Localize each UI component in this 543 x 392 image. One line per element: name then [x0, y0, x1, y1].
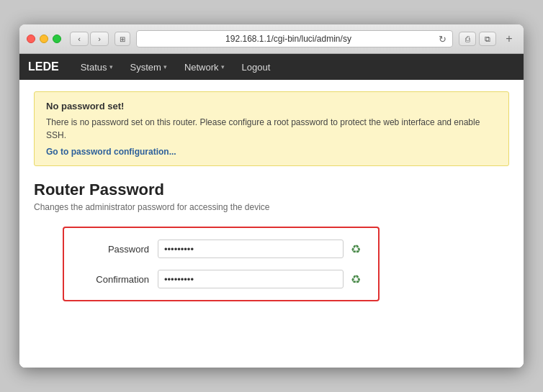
nav-buttons: ‹ › [70, 32, 109, 46]
confirmation-refresh-icon[interactable]: ♻ [348, 271, 364, 287]
fullscreen-button[interactable] [53, 35, 61, 43]
reload-button[interactable]: ↻ [439, 34, 446, 45]
main-content: No password set! There is no password se… [19, 80, 524, 368]
copy-button[interactable]: ⧉ [479, 32, 496, 46]
password-refresh-icon[interactable]: ♻ [348, 241, 364, 257]
chevron-down-icon: ▾ [163, 63, 167, 70]
password-row: Password ♻ [78, 240, 364, 258]
warning-text: There is no password set on this router.… [46, 116, 497, 142]
chevron-down-icon: ▾ [109, 63, 113, 70]
nav-item-logout[interactable]: Logout [235, 58, 278, 77]
password-label: Password [78, 244, 158, 255]
nav-item-system[interactable]: System ▾ [123, 58, 174, 77]
browser-window: ‹ › ⊞ 192.168.1.1/cgi-bin/luci/admin/sy … [19, 24, 524, 368]
browser-actions: ⎙ ⧉ [459, 32, 496, 46]
forward-button[interactable]: › [90, 32, 109, 46]
confirmation-label: Confirmation [78, 274, 158, 285]
browser-titlebar: ‹ › ⊞ 192.168.1.1/cgi-bin/luci/admin/sy … [19, 24, 524, 54]
minimize-button[interactable] [40, 35, 48, 43]
page-title: Router Password [34, 181, 509, 199]
close-button[interactable] [27, 35, 35, 43]
confirmation-input[interactable] [158, 270, 344, 288]
warning-box: No password set! There is no password se… [34, 91, 509, 166]
nav-item-status[interactable]: Status ▾ [73, 58, 120, 77]
traffic-lights [27, 35, 61, 43]
page-subtitle: Changes the administrator password for a… [34, 202, 509, 212]
address-bar[interactable]: 192.168.1.1/cgi-bin/luci/admin/sy ↻ [136, 30, 453, 47]
password-input[interactable] [158, 240, 344, 258]
nav-bar: LEDE Status ▾ System ▾ Network ▾ Logout [19, 54, 524, 80]
warning-title: No password set! [46, 101, 497, 111]
brand-logo: LEDE [28, 60, 59, 73]
chevron-down-icon: ▾ [221, 63, 225, 70]
address-text: 192.168.1.1/cgi-bin/luci/admin/sy [143, 34, 434, 44]
share-button[interactable]: ⎙ [459, 32, 476, 46]
form-container: Password ♻ Confirmation ♻ [63, 227, 380, 301]
new-tab-button[interactable]: + [502, 32, 516, 46]
page-content: LEDE Status ▾ System ▾ Network ▾ Logout … [19, 54, 524, 368]
back-button[interactable]: ‹ [70, 32, 89, 46]
confirmation-row: Confirmation ♻ [78, 270, 364, 288]
nav-item-network[interactable]: Network ▾ [177, 58, 232, 77]
tab-overview-button[interactable]: ⊞ [115, 32, 130, 46]
password-config-link[interactable]: Go to password configuration... [46, 147, 176, 157]
